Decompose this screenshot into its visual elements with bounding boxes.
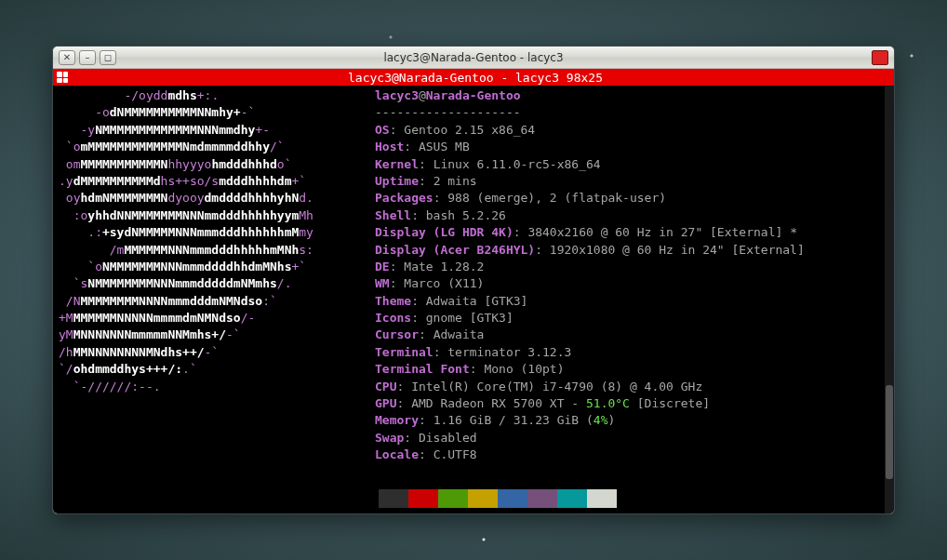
info-line: Icons: gnome [GTK3]	[375, 310, 883, 327]
info-line: DE: Mate 1.28.2	[375, 259, 883, 275]
window-maximize-button[interactable]: ◻	[100, 50, 116, 65]
info-line: Terminal: terminator 3.12.3	[375, 344, 883, 361]
logo-line: -yNMMMMMMMMMMMMMNNNmmdhy+-	[59, 122, 375, 139]
logo-line: /hMMNNNNNNNNMNdhs++/-`	[59, 344, 375, 361]
color-palette	[379, 489, 617, 508]
logo-line: /NMMMMMMMMNNNNmmmdddmNMNdso:`	[59, 293, 375, 310]
info-line: Display (Acer B246HYL): 1920x1080 @ 60 H…	[375, 242, 883, 259]
color-swatch	[527, 489, 557, 508]
close-icon: ✕	[63, 53, 71, 62]
terminal-body[interactable]: -/oyddmdhs+:. -odNMMMMMMMMMMNNmhy+-` -yN…	[53, 86, 894, 513]
logo-line: :oyhhdNNMMMMMMMNNNmmdddhhhhhyymMh	[59, 207, 375, 224]
logo-line: `/ohdmmddhys+++/:.`	[59, 361, 375, 378]
terminal-scrollbar[interactable]	[885, 86, 894, 513]
terminal-tab-label: lacyc3@Narada-Gentoo - lacyc3 98x25	[57, 71, 894, 85]
info-line: GPU: AMD Radeon RX 5700 XT - 51.0°C [Dis…	[375, 395, 883, 412]
info-line: Locale: C.UTF8	[375, 447, 883, 463]
window-close-button[interactable]: ✕	[59, 50, 75, 65]
terminal-area: lacyc3@Narada-Gentoo - lacyc3 98x25 -/oy…	[53, 69, 894, 513]
logo-line: `oNMMMMMMMNNNmmmddddhhdmMNhs+`	[59, 259, 375, 275]
logo-line: `omMMMMMMMMMMMMMNmdmmmmddhhy/`	[59, 139, 375, 155]
logo-line: /mMMMMMMNNNmmmdddhhhhhmMNhs:	[59, 242, 375, 259]
fastfetch-info: lacyc3@Narada-Gentoo--------------------…	[375, 87, 883, 513]
info-line: Host: ASUS MB	[375, 139, 883, 155]
logo-line: -odNMMMMMMMMMMNNmhy+-`	[59, 104, 375, 121]
minimize-icon: –	[86, 53, 90, 62]
logo-line: .:+sydNMMMMMNNNmmmdddhhhhhhmMmy	[59, 224, 375, 241]
logo-line: `sNMMMMMMMMNNNmmmdddddmNMmhs/.	[59, 275, 375, 292]
window-title: lacyc3@Narada-Gentoo - lacyc3	[53, 51, 894, 64]
terminal-window: ✕ – ◻ lacyc3@Narada-Gentoo - lacyc3 lacy…	[52, 46, 895, 514]
terminal-output: -/oyddmdhs+:. -odNMMMMMMMMMMNNmhy+-` -yN…	[59, 87, 883, 513]
color-swatch	[557, 489, 587, 508]
info-line: lacyc3@Narada-Gentoo	[375, 87, 883, 104]
scrollbar-thumb[interactable]	[886, 385, 893, 479]
info-line: Display (LG HDR 4K): 3840x2160 @ 60 Hz i…	[375, 224, 883, 241]
logo-line: omMMMMMMMMMMMNhhyyyohmdddhhhdo`	[59, 156, 375, 173]
info-line: WM: Marco (X11)	[375, 275, 883, 292]
terminal-tab-bar[interactable]: lacyc3@Narada-Gentoo - lacyc3 98x25	[53, 69, 894, 86]
color-swatch	[438, 489, 468, 508]
color-swatch	[587, 489, 617, 508]
logo-line: oyhdmNMMMMMMMNdyooydmddddhhhhyhNd.	[59, 190, 375, 207]
info-line: Memory: 1.16 GiB / 31.23 GiB (4%)	[375, 412, 883, 429]
info-line: Theme: Adwaita [GTK3]	[375, 293, 883, 310]
logo-line: .ydMMMMMMMMMMdhs++so/smdddhhhhdm+`	[59, 173, 375, 190]
maximize-icon: ◻	[104, 53, 112, 62]
info-line: Swap: Disabled	[375, 430, 883, 447]
color-swatch	[379, 489, 408, 508]
info-line: Uptime: 2 mins	[375, 173, 883, 190]
window-titlebar[interactable]: ✕ – ◻ lacyc3@Narada-Gentoo - lacyc3	[53, 47, 894, 69]
logo-line: `-//////:--.	[59, 379, 375, 395]
info-line: Shell: bash 5.2.26	[375, 207, 883, 224]
logo-line: yMMNNNNNNNmmmmmNNMmhs+/-`	[59, 327, 375, 343]
logo-line: -/oyddmdhs+:.	[59, 87, 375, 104]
info-line: --------------------	[375, 104, 883, 121]
info-line: Cursor: Adwaita	[375, 327, 883, 343]
window-menu-indicator[interactable]	[872, 50, 888, 65]
info-line: Packages: 988 (emerge), 2 (flatpak-user)	[375, 190, 883, 207]
info-line: CPU: Intel(R) Core(TM) i7-4790 (8) @ 4.0…	[375, 379, 883, 395]
logo-line: +MMMMMMMNNNNNmmmmdmNMNdso/-	[59, 310, 375, 327]
ascii-logo: -/oyddmdhs+:. -odNMMMMMMMMMMNNmhy+-` -yN…	[59, 87, 375, 513]
color-swatch	[468, 489, 498, 508]
info-line: OS: Gentoo 2.15 x86_64	[375, 122, 883, 139]
color-swatch	[408, 489, 438, 508]
window-minimize-button[interactable]: –	[79, 50, 96, 65]
info-line: Terminal Font: Mono (10pt)	[375, 361, 883, 378]
info-line: Kernel: Linux 6.11.0-rc5-x86_64	[375, 156, 883, 173]
color-swatch	[498, 489, 527, 508]
window-button-group: ✕ – ◻	[59, 50, 116, 65]
